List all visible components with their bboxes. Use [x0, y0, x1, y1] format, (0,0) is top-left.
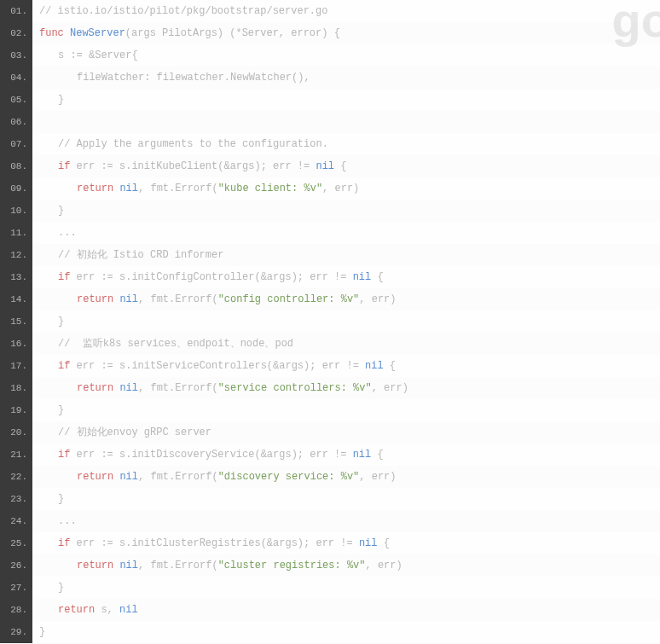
code-line: return nil, fmt.Errorf("kube client: %v"…: [32, 177, 660, 200]
token-keyword: func: [39, 27, 64, 39]
token-plain: {: [334, 160, 346, 172]
code-line: }: [32, 621, 660, 643]
code-line: s := &Server{: [32, 44, 660, 67]
code-line: if err := s.initClusterRegistries(&args)…: [32, 532, 660, 554]
token-nil: nil: [119, 471, 138, 483]
code-line: [32, 111, 660, 133]
token-plain: s := &Server{: [58, 49, 138, 61]
code-line: }: [32, 89, 660, 111]
token-keyword: if: [58, 537, 70, 549]
token-plain: [39, 116, 45, 128]
code-line: // 初始化 Istio CRD informer: [32, 244, 660, 266]
token-string: "cluster registries: %v": [218, 560, 366, 571]
token-comment: // 初始化 Istio CRD informer: [58, 249, 223, 261]
token-nil: nil: [119, 560, 138, 571]
token-plain: , fmt.Errorf(: [138, 293, 218, 305]
token-string: "discovery service: %v": [218, 471, 360, 483]
line-number: 13.: [0, 266, 32, 288]
line-number: 24.: [0, 510, 32, 532]
line-number: 08.: [0, 155, 32, 177]
token-plain: err := s.initKubeClient(&args); err !=: [70, 160, 316, 172]
line-number-gutter: 01.02.03.04.05.06.07.08.09.10.11.12.13.1…: [0, 0, 32, 643]
line-number: 28.: [0, 599, 32, 621]
code-line: ...: [32, 510, 660, 532]
code-line: // 初始化envoy gRPC server: [32, 421, 660, 444]
token-plain: , err): [365, 560, 402, 571]
token-punct: }: [58, 316, 64, 328]
line-number: 22.: [0, 466, 32, 488]
token-string: "service controllers: %v": [218, 382, 372, 394]
token-plain: , fmt.Errorf(: [138, 183, 218, 194]
line-number: 11.: [0, 222, 32, 244]
line-number: 26.: [0, 554, 32, 577]
line-number: 10.: [0, 200, 32, 222]
line-number: 03.: [0, 44, 32, 67]
token-nil: nil: [119, 382, 138, 394]
token-keyword: if: [58, 449, 70, 461]
token-keyword: return: [77, 471, 113, 483]
token-funcname: NewServer: [70, 27, 125, 39]
code-line: return s, nil: [32, 599, 660, 621]
token-plain: , err): [372, 382, 408, 394]
token-nil: nil: [353, 449, 372, 461]
token-comment: // istio.io/istio/pilot/pkg/bootstrap/se…: [39, 5, 327, 17]
token-plain: s,: [95, 604, 119, 616]
token-nil: nil: [119, 604, 138, 616]
token-keyword: return: [77, 382, 113, 394]
token-plain: ...: [58, 515, 77, 527]
code-line: }: [32, 310, 660, 333]
token-punct: }: [58, 205, 64, 217]
token-plain: err := s.initConfigController(&args); er…: [70, 271, 352, 283]
code-line: }: [32, 577, 660, 599]
token-plain: {: [371, 449, 383, 461]
line-number: 17.: [0, 355, 32, 377]
code-line: if err := s.initKubeClient(&args); err !…: [32, 155, 660, 177]
line-number: 04.: [0, 67, 32, 89]
token-nil: nil: [119, 293, 138, 305]
token-plain: , fmt.Errorf(: [138, 471, 218, 483]
code-line: if err := s.initConfigController(&args);…: [32, 266, 660, 288]
line-number: 02.: [0, 22, 32, 44]
token-keyword: return: [77, 293, 113, 305]
line-number: 09.: [0, 177, 32, 200]
token-plain: , fmt.Errorf(: [138, 382, 218, 394]
token-nil: nil: [119, 183, 138, 194]
code-line: return nil, fmt.Errorf("cluster registri…: [32, 554, 660, 577]
token-plain: [64, 27, 70, 39]
token-keyword: if: [58, 360, 70, 372]
line-number: 19.: [0, 399, 32, 421]
token-nil: nil: [359, 537, 378, 549]
token-nil: nil: [316, 160, 334, 172]
code-line: fileWatcher: filewatcher.NewWatcher(),: [32, 67, 660, 89]
line-number: 25.: [0, 532, 32, 554]
code-area: go // istio.io/istio/pilot/pkg/bootstrap…: [32, 0, 660, 643]
code-line: ...: [32, 222, 660, 244]
token-keyword: return: [58, 604, 95, 616]
code-line: // istio.io/istio/pilot/pkg/bootstrap/se…: [32, 0, 660, 22]
line-number: 07.: [0, 133, 32, 155]
token-punct: (args PilotArgs) (*Server, error) {: [125, 27, 340, 39]
code-line: if err := s.initDiscoveryService(&args);…: [32, 444, 660, 466]
token-plain: , err): [359, 471, 396, 483]
line-number: 15.: [0, 310, 32, 333]
code-line: // 监听k8s services、endpoit、node、pod: [32, 333, 660, 355]
token-comment: // 初始化envoy gRPC server: [58, 426, 211, 438]
token-plain: {: [377, 537, 389, 549]
code-line: return nil, fmt.Errorf("service controll…: [32, 377, 660, 399]
line-number: 23.: [0, 488, 32, 510]
code-line: }: [32, 488, 660, 510]
line-number: 01.: [0, 0, 32, 22]
token-plain: {: [371, 271, 383, 283]
token-plain: err := s.initClusterRegistries(&args); e…: [70, 537, 358, 549]
token-plain: err := s.initServiceControllers(&args); …: [70, 360, 365, 372]
token-punct: }: [58, 582, 64, 594]
code-line: func NewServer(args PilotArgs) (*Server,…: [32, 22, 660, 44]
code-line: // Apply the arguments to the configurat…: [32, 133, 660, 155]
token-punct: }: [58, 404, 64, 416]
code-line: }: [32, 200, 660, 222]
line-number: 20.: [0, 421, 32, 444]
token-comment: // Apply the arguments to the configurat…: [58, 138, 328, 150]
line-number: 27.: [0, 577, 32, 599]
token-string: "config controller: %v": [218, 293, 360, 305]
token-plain: , err): [322, 183, 359, 194]
